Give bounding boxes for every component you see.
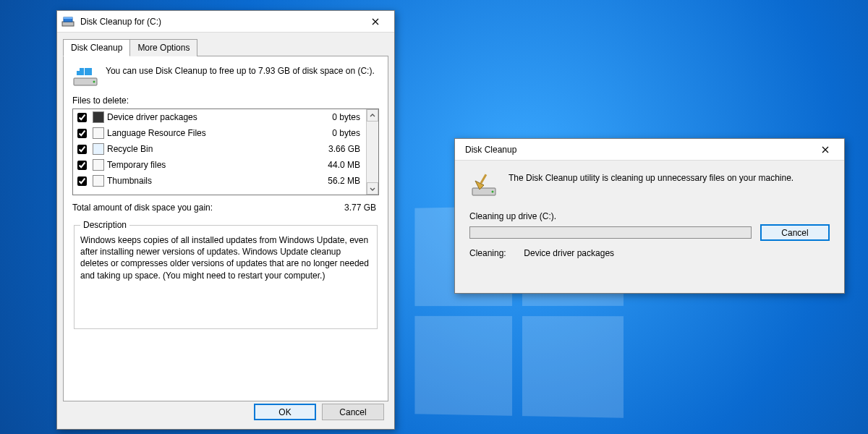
tab-panel: You can use Disk Cleanup to free up to 7… [63,56,388,401]
titlebar[interactable]: Disk Cleanup [455,139,844,161]
scroll-up-button[interactable] [367,109,378,122]
file-type-icon [93,127,104,139]
close-icon [822,146,829,153]
intro-text: You can use Disk Cleanup to free up to 7… [106,65,375,88]
list-item[interactable]: Language Resource Files0 bytes [73,125,366,141]
total-value: 3.77 GB [344,203,379,213]
close-button[interactable] [811,140,840,160]
window-title: Disk Cleanup [459,145,811,155]
drive-cleanup-icon [72,65,98,88]
chevron-up-icon [370,113,375,119]
progress-bar [469,226,752,239]
titlebar[interactable]: Disk Cleanup for (C:) [57,11,394,33]
list-item[interactable]: Recycle Bin3.66 GB [73,141,366,157]
item-name: Temporary files [107,160,308,170]
item-checkbox[interactable] [77,113,87,122]
drive-title-icon [61,15,75,28]
ok-button[interactable]: OK [254,404,316,420]
item-size: 0 bytes [311,112,362,122]
svg-rect-7 [77,68,80,71]
description-legend: Description [80,220,129,230]
disk-cleanup-progress-dialog: Disk Cleanup The Disk Cleanup utility is… [454,138,845,294]
item-size: 3.66 GB [311,144,362,154]
list-item[interactable]: Temporary files44.0 MB [73,157,366,173]
disk-cleanup-dialog: Disk Cleanup for (C:) Disk Cleanup More … [56,10,395,430]
close-icon [372,18,379,25]
cancel-button[interactable]: Cancel [322,404,384,420]
svg-rect-6 [85,68,92,75]
status-key: Cleaning: [469,248,522,258]
item-size: 0 bytes [311,128,362,138]
scrollbar[interactable] [366,109,378,195]
file-type-icon [93,143,104,155]
tab-label: More Options [137,43,190,53]
item-name: Device driver packages [107,112,308,122]
chevron-down-icon [370,186,375,192]
item-name: Thumbnails [107,176,308,186]
description-text: Windows keeps copies of all installed up… [80,234,371,321]
tab-label: Disk Cleanup [71,43,122,53]
cleaning-drive-label: Cleaning up drive (C:). [469,211,830,221]
broom-drive-icon [469,172,498,198]
files-to-delete-label: Files to delete: [72,95,379,106]
item-size: 56.2 MB [311,176,362,186]
tab-more-options[interactable]: More Options [129,39,197,56]
status-value: Device driver packages [524,248,614,258]
item-checkbox[interactable] [77,176,87,186]
window-title: Disk Cleanup for (C:) [77,17,361,27]
list-item[interactable]: Thumbnails56.2 MB [73,173,366,189]
description-group: Description Windows keeps copies of all … [74,220,378,329]
item-checkbox[interactable] [77,129,87,138]
svg-point-4 [93,81,95,83]
file-type-icon [93,159,104,171]
scroll-down-button[interactable] [367,182,378,195]
item-name: Language Resource Files [107,128,308,138]
cancel-button[interactable]: Cancel [760,224,830,241]
svg-rect-0 [62,22,74,26]
tabstrip: Disk Cleanup More Options [63,38,388,56]
file-type-icon [93,111,104,123]
svg-rect-10 [480,174,488,184]
files-listbox[interactable]: Device driver packages0 bytesLanguage Re… [72,109,379,195]
close-button[interactable] [361,12,390,32]
total-label: Total amount of disk space you gain: [72,203,213,213]
svg-point-9 [492,191,494,193]
list-item[interactable]: Device driver packages0 bytes [73,109,366,125]
svg-rect-2 [64,17,72,19]
item-size: 44.0 MB [311,160,362,170]
item-name: Recycle Bin [107,144,308,154]
tab-disk-cleanup[interactable]: Disk Cleanup [63,39,130,56]
item-checkbox[interactable] [77,161,87,170]
progress-intro-text: The Disk Cleanup utility is cleaning up … [509,172,793,184]
item-checkbox[interactable] [77,145,87,154]
file-type-icon [93,175,104,187]
